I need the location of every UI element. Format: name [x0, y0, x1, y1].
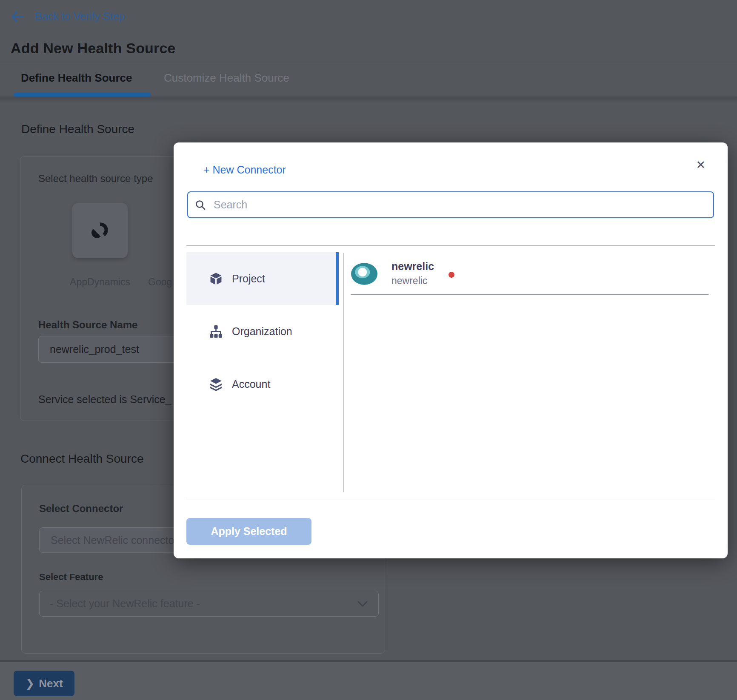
health-source-name-label: Health Source Name: [38, 319, 137, 331]
tile-label-google-truncated: Goog: [148, 276, 172, 288]
close-icon[interactable]: ✕: [696, 159, 706, 171]
define-section-heading: Define Health Source: [21, 122, 134, 136]
scope-item-account[interactable]: Account: [186, 358, 339, 410]
scope-list: Project Organization Ac: [186, 252, 339, 410]
tab-customize-health-source[interactable]: Customize Health Source: [164, 71, 289, 85]
chevron-down-icon: [357, 600, 368, 607]
tabbar-shadow: [0, 97, 737, 103]
scope-label: Project: [232, 273, 265, 285]
footer-band: [0, 662, 737, 700]
next-button-label: Next: [39, 677, 63, 690]
panel-divider: [343, 253, 344, 492]
apply-selected-button[interactable]: Apply Selected: [186, 518, 311, 545]
source-type-label: Select health source type: [38, 173, 153, 185]
appdynamics-icon: [90, 220, 110, 241]
connector-select-modal: + New Connector ✕ Project: [174, 142, 728, 558]
back-link-row[interactable]: Back to Verify Step: [11, 10, 125, 23]
connector-name: newrelic: [391, 260, 434, 273]
modal-divider-bottom: [186, 500, 715, 500]
search-icon: [195, 199, 206, 211]
health-source-tile-appdynamics[interactable]: [72, 203, 128, 258]
active-tab-underline: [14, 93, 151, 97]
modal-divider-top: [186, 245, 715, 246]
arrow-left-icon: [11, 11, 24, 22]
scope-label: Organization: [232, 325, 292, 338]
newrelic-icon: [351, 263, 377, 285]
service-selected-note: Service selected is Service_: [38, 393, 171, 406]
layers-icon: [209, 378, 223, 391]
page-title: Add New Health Source: [11, 40, 176, 57]
status-dot: [448, 272, 454, 278]
new-connector-link[interactable]: + New Connector: [203, 164, 286, 176]
scope-item-project[interactable]: Project: [186, 252, 339, 305]
connector-id: newrelic: [391, 275, 427, 287]
tab-define-health-source[interactable]: Define Health Source: [21, 71, 132, 85]
connector-row-divider: [351, 294, 708, 295]
header-divider: [0, 63, 737, 63]
search-input[interactable]: [213, 198, 706, 211]
cube-icon: [209, 272, 223, 285]
tile-label-appdynamics: AppDynamics: [67, 276, 133, 288]
org-chart-icon: [209, 325, 223, 338]
back-to-verify-link[interactable]: Back to Verify Step: [35, 10, 125, 23]
connect-section-heading: Connect Health Source: [20, 452, 144, 466]
app-window: Back to Verify Step Add New Health Sourc…: [0, 0, 737, 700]
connector-search-field[interactable]: [187, 191, 714, 218]
select-feature-dropdown[interactable]: - Select your NewRelic feature -: [39, 591, 379, 617]
select-feature-placeholder: - Select your NewRelic feature -: [50, 598, 357, 610]
scope-label: Account: [232, 378, 270, 390]
select-connector-label: Select Connector: [39, 503, 123, 515]
next-button[interactable]: ❯ Next: [14, 671, 74, 696]
chevron-right-icon: ❯: [25, 677, 34, 690]
scope-item-organization[interactable]: Organization: [186, 305, 339, 358]
active-scope-indicator: [336, 252, 339, 305]
select-feature-label: Select Feature: [39, 572, 103, 583]
